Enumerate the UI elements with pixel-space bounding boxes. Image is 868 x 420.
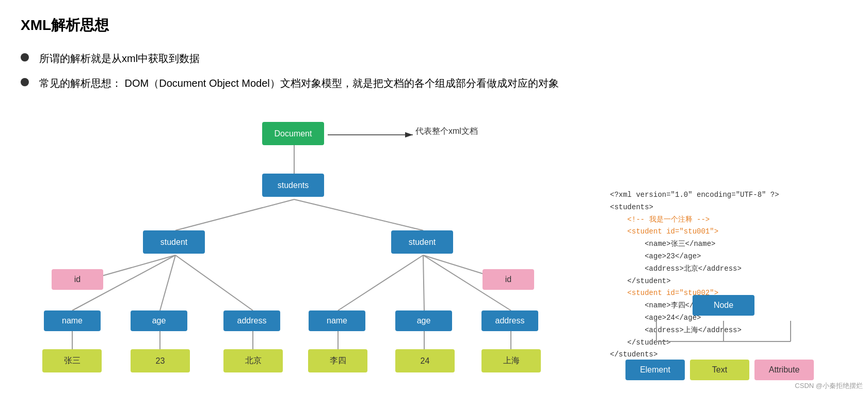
main-content: Document 代表整个xml文档 students student stud… [21, 106, 847, 380]
xml-code-line: <age>23</age> [610, 251, 827, 263]
svg-line-1 [175, 199, 294, 230]
tree-svg-lines [21, 106, 568, 380]
node-address2: address [481, 310, 538, 331]
xml-code-line: <name>张三</name> [610, 238, 827, 251]
tree-diagram: Document 代表整个xml文档 students student stud… [21, 106, 568, 380]
bullet-1: 所谓的解析就是从xml中获取到数据 [21, 51, 847, 66]
page-title: XML解析思想 [21, 15, 847, 35]
node-address1: address [223, 310, 280, 331]
xml-code-line: <address>北京</address> [610, 263, 827, 275]
legend-text: Text [690, 360, 749, 380]
node-shanghai: 上海 [481, 349, 541, 372]
node-lisi: 李四 [308, 349, 367, 372]
node-students: students [262, 174, 324, 197]
legend-node: Node [693, 295, 754, 316]
svg-line-9 [423, 255, 424, 310]
node-id1: id [52, 269, 103, 290]
xml-code-line: <!-- 我是一个注释 --> [610, 214, 827, 226]
bullet-text-2: 常见的解析思想： DOM（Document Object Model）文档对象模… [39, 75, 559, 91]
xml-code-line: <students> [610, 201, 827, 214]
legend-attribute: Attribute [754, 360, 814, 380]
svg-line-2 [294, 199, 423, 230]
node-age2: age [395, 310, 452, 331]
legend-svg [625, 321, 822, 362]
bullet-dot-2 [21, 78, 29, 86]
node-beijing: 北京 [223, 349, 283, 372]
node-zhansan: 张三 [42, 349, 102, 372]
node-document: Document [262, 122, 324, 145]
bullet-dot-1 [21, 53, 29, 61]
bullets-section: 所谓的解析就是从xml中获取到数据 常见的解析思想： DOM（Document … [21, 51, 847, 91]
watermark: CSDN @小秦拒绝摆烂 [795, 381, 863, 391]
svg-line-5 [160, 255, 175, 310]
node-val23: 23 [131, 349, 190, 372]
legend-element: Element [625, 360, 685, 380]
node-age1: age [131, 310, 187, 331]
xml-code-line: <?xml version="1.0" encoding="UTF-8" ?> [610, 189, 827, 201]
svg-line-6 [175, 255, 253, 310]
bullet-text-1: 所谓的解析就是从xml中获取到数据 [39, 51, 200, 66]
svg-line-8 [338, 255, 423, 310]
xml-code-line: </student> [610, 275, 827, 288]
node-name1: name [44, 310, 101, 331]
page: XML解析思想 所谓的解析就是从xml中获取到数据 常见的解析思想： DOM（D… [0, 0, 868, 396]
node-legend: Node Element Text Attribute [625, 295, 822, 380]
node-id2: id [483, 269, 534, 290]
arrow-label: 代表整个xml文档 [415, 126, 478, 137]
node-val24: 24 [395, 349, 455, 372]
node-name2: name [309, 310, 365, 331]
bullet-2: 常见的解析思想： DOM（Document Object Model）文档对象模… [21, 75, 847, 91]
xml-code-line: <student id="stu001"> [610, 226, 827, 238]
node-student2: student [391, 230, 453, 254]
node-student1: student [143, 230, 205, 254]
